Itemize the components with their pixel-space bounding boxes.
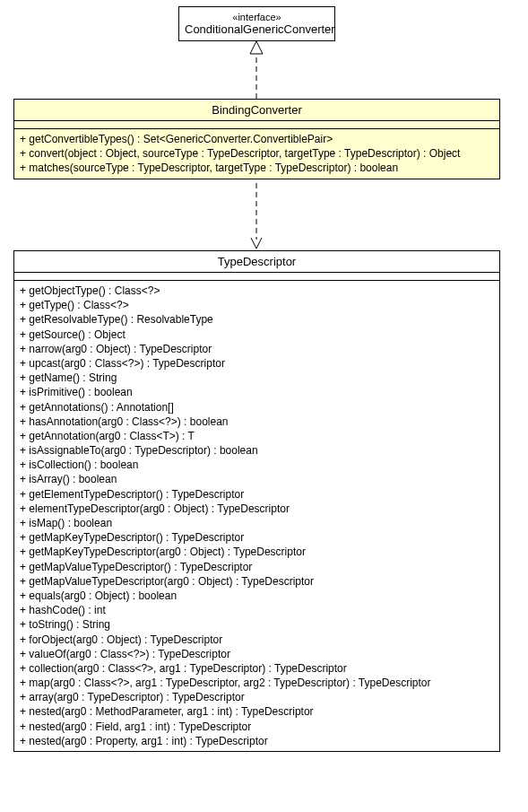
operation: + nested(arg0 : MethodParameter, arg1 : … [20, 704, 494, 719]
operation: + map(arg0 : Class<?>, arg1 : TypeDescri… [20, 676, 494, 690]
operation: + forObject(arg0 : Object) : TypeDescrip… [20, 633, 494, 647]
operation: + isCollection() : boolean [20, 458, 494, 472]
operation: + getObjectType() : Class<?> [20, 284, 494, 298]
operation: + nested(arg0 : Property, arg1 : int) : … [20, 734, 494, 748]
interface-name: ConditionalGenericConverter [185, 22, 329, 36]
operation: + getAnnotation(arg0 : Class<T>) : T [20, 429, 494, 443]
operation: + equals(arg0 : Object) : boolean [20, 589, 494, 603]
operation: + getMapKeyTypeDescriptor(arg0 : Object)… [20, 545, 494, 559]
type-descriptor-name: TypeDescriptor [22, 255, 492, 268]
operation: + getAnnotations() : Annotation[] [20, 400, 494, 415]
binding-converter-title: BindingConverter [14, 100, 499, 121]
operation: + isAssignableTo(arg0 : TypeDescriptor) … [20, 443, 494, 458]
operation: + getMapValueTypeDescriptor() : TypeDesc… [20, 560, 494, 574]
dependency-arrowhead [251, 238, 262, 249]
operation: + hasAnnotation(arg0 : Class<?>) : boole… [20, 415, 494, 429]
operation: + isPrimitive() : boolean [20, 385, 494, 399]
operation: + array(arg0 : TypeDescriptor) : TypeDes… [20, 690, 494, 704]
operation: + toString() : String [20, 617, 494, 632]
type-descriptor-attributes [14, 273, 499, 281]
binding-converter-attributes [14, 121, 499, 129]
realization-arrowhead [250, 41, 263, 54]
operation: + getType() : Class<?> [20, 298, 494, 312]
type-descriptor-operations: + getObjectType() : Class<?>+ getType() … [14, 281, 499, 751]
operation: + getResolvableType() : ResolvableType [20, 312, 494, 327]
operation: + isMap() : boolean [20, 516, 494, 530]
interface-box: «interface» ConditionalGenericConverter [178, 6, 335, 41]
operation: + getName() : String [20, 371, 494, 385]
type-descriptor-title: TypeDescriptor [14, 251, 499, 273]
type-descriptor-box: TypeDescriptor + getObjectType() : Class… [13, 250, 500, 752]
operation: + getElementTypeDescriptor() : TypeDescr… [20, 487, 494, 502]
interface-title: «interface» ConditionalGenericConverter [179, 7, 334, 40]
operation: + hashCode() : int [20, 603, 494, 617]
binding-converter-box: BindingConverter + getConvertibleTypes()… [13, 99, 500, 179]
operation: + narrow(arg0 : Object) : TypeDescriptor [20, 342, 494, 356]
operation: + getMapValueTypeDescriptor(arg0 : Objec… [20, 574, 494, 589]
operation: + isArray() : boolean [20, 472, 494, 486]
operation: + upcast(arg0 : Class<?>) : TypeDescript… [20, 356, 494, 371]
operation: + convert(object : Object, sourceType : … [20, 146, 494, 161]
operation: + valueOf(arg0 : Class<?>) : TypeDescrip… [20, 647, 494, 661]
operation: + getConvertibleTypes() : Set<GenericCon… [20, 132, 494, 146]
interface-stereotype: «interface» [185, 12, 329, 22]
operation: + collection(arg0 : Class<?>, arg1 : Typ… [20, 661, 494, 676]
operation: + getMapKeyTypeDescriptor() : TypeDescri… [20, 530, 494, 545]
binding-converter-name: BindingConverter [22, 103, 492, 117]
binding-converter-operations: + getConvertibleTypes() : Set<GenericCon… [14, 129, 499, 179]
operation: + elementTypeDescriptor(arg0 : Object) :… [20, 502, 494, 516]
operation: + getSource() : Object [20, 327, 494, 342]
operation: + matches(sourceType : TypeDescriptor, t… [20, 161, 494, 175]
operation: + nested(arg0 : Field, arg1 : int) : Typ… [20, 720, 494, 734]
